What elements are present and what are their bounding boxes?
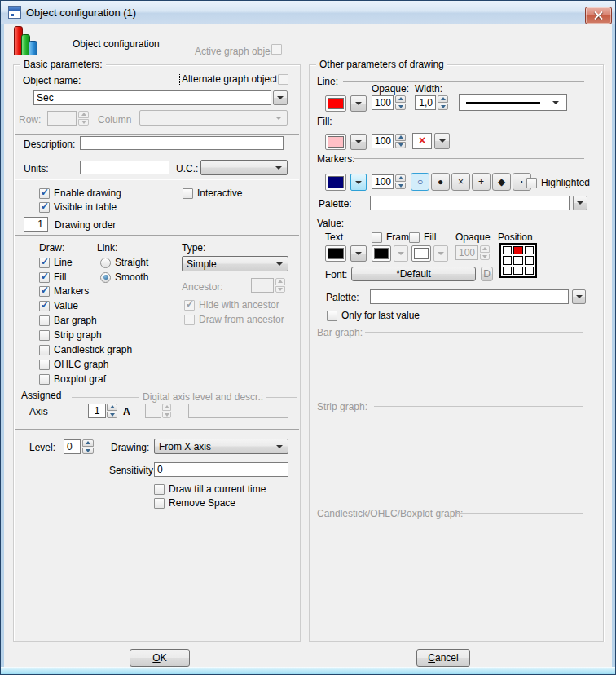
marker-shape-cross-button[interactable]: ×	[451, 173, 470, 191]
marker-color-dropdown-button[interactable]	[350, 174, 367, 191]
fill-pattern-button[interactable]: ×	[412, 133, 432, 149]
value-fill-checkbox[interactable]: Fill	[409, 232, 436, 243]
alternate-graph-object-checkbox[interactable]	[278, 74, 288, 85]
line-opaque-input[interactable]: 100	[372, 95, 394, 110]
line-width-spinner[interactable]	[438, 95, 448, 110]
draw-markers-checkbox[interactable]: Markers	[39, 285, 89, 297]
level-spinner[interactable]	[82, 439, 94, 454]
units-input[interactable]	[80, 161, 169, 174]
draw-line-checkbox[interactable]: Line	[39, 257, 73, 268]
marker-color-swatch[interactable]	[325, 174, 346, 191]
alternate-graph-object-link[interactable]: Alternate graph object	[179, 73, 279, 86]
draw-ohlc-graph-checkbox[interactable]: OHLC graph	[39, 359, 108, 370]
checkbox-box	[183, 188, 193, 199]
drawing-order-input[interactable]: 1	[24, 217, 48, 232]
enable-drawing-checkbox[interactable]: Enable drawing	[39, 188, 121, 199]
fill-color-swatch[interactable]	[325, 134, 346, 150]
value-fill-color-swatch[interactable]	[411, 245, 431, 262]
marker-shape-circle-outline-button[interactable]: ○	[411, 173, 429, 191]
value-palette-dropdown-button[interactable]	[572, 289, 586, 304]
ok-button[interactable]: OK	[130, 649, 190, 667]
position-cell[interactable]	[513, 267, 522, 275]
value-palette-input[interactable]	[370, 289, 569, 304]
checkbox-box	[184, 300, 195, 311]
line-width-input[interactable]: 1,0	[415, 95, 436, 110]
fill-color-dropdown-button[interactable]	[350, 134, 367, 150]
draw-boxplot-graf-checkbox[interactable]: Boxplot graf	[39, 373, 106, 385]
title-bar[interactable]: Object configuration (1)	[1, 1, 615, 24]
position-cell[interactable]	[503, 246, 512, 254]
marker-shape-circle-filled-button[interactable]: ●	[431, 173, 450, 191]
position-grid[interactable]	[499, 243, 537, 278]
axis-spinner[interactable]	[107, 404, 117, 418]
link-straight-radio[interactable]: Straight	[100, 257, 148, 268]
line-opaque-label: Opaque:	[372, 83, 409, 95]
marker-opaque-spinner[interactable]	[395, 174, 406, 189]
marker-opaque-input[interactable]: 100	[372, 174, 394, 189]
close-button[interactable]	[585, 7, 612, 24]
sensitivity-input[interactable]: 0	[154, 462, 288, 477]
marker-palette-label: Palette:	[319, 198, 352, 210]
marker-palette-dropdown-button[interactable]	[573, 196, 587, 210]
object-name-dropdown-button[interactable]	[273, 90, 288, 105]
fill-opaque-spinner[interactable]	[395, 134, 406, 148]
value-text-color-swatch[interactable]	[325, 245, 346, 262]
object-name-combo-input[interactable]: Sec	[33, 90, 271, 105]
position-cell[interactable]	[525, 246, 534, 254]
line-color-dropdown-button[interactable]	[350, 95, 367, 112]
draw-fill-checkbox[interactable]: Fill	[39, 271, 66, 283]
visible-in-table-checkbox[interactable]: Visible in table	[39, 201, 117, 213]
checkbox-label: Remove Space	[169, 497, 235, 509]
marker-shape-plus-button[interactable]: +	[472, 173, 491, 191]
description-input[interactable]	[80, 136, 284, 150]
draw-till-current-time-checkbox[interactable]: Draw till a current time	[154, 483, 266, 495]
separator	[15, 235, 299, 236]
drawing-mode-combo[interactable]: From X axis	[154, 439, 288, 454]
line-opaque-spinner[interactable]	[395, 95, 406, 110]
checkbox-box	[39, 345, 50, 355]
checkbox-box	[39, 360, 50, 370]
marker-shape-diamond-button[interactable]: ◆	[492, 173, 511, 191]
value-frame-color-swatch[interactable]	[372, 245, 391, 262]
value-text-color-dropdown-button[interactable]	[350, 245, 367, 262]
font-button[interactable]: *Default	[351, 267, 476, 281]
fill-opaque-input[interactable]: 100	[372, 134, 394, 148]
level-input[interactable]: 0	[64, 439, 81, 454]
position-cell[interactable]	[525, 256, 534, 264]
cancel-button[interactable]: Cancel	[416, 649, 470, 667]
remove-space-checkbox[interactable]: Remove Space	[154, 497, 235, 509]
position-cell[interactable]	[513, 256, 522, 264]
marker-palette-input[interactable]	[370, 196, 570, 210]
position-cell[interactable]	[525, 267, 534, 275]
position-cell[interactable]	[513, 246, 522, 254]
line-width-label: Width:	[415, 83, 442, 95]
highlighted-checkbox[interactable]: Highlighted	[526, 177, 590, 188]
basic-parameters-legend: Basic parameters:	[20, 59, 106, 70]
draw-candlestick-graph-checkbox[interactable]: Candlestick graph	[39, 344, 132, 355]
checkbox-box	[39, 374, 50, 385]
uc-combo[interactable]	[200, 160, 288, 175]
bar-chart-icon-blue-bar	[29, 41, 37, 55]
value-opaque-spinner	[480, 245, 490, 260]
radio-box	[100, 272, 111, 283]
app-icon	[8, 6, 21, 19]
column-combo	[139, 110, 288, 126]
draw-bar-graph-checkbox[interactable]: Bar graph	[39, 315, 97, 326]
hide-with-ancestor-checkbox: Hide with ancestor	[184, 299, 279, 311]
line-style-combo[interactable]	[459, 94, 567, 111]
checkbox-label: Strip graph	[54, 329, 102, 341]
draw-value-checkbox[interactable]: Value	[39, 300, 78, 311]
radio-box	[100, 258, 111, 268]
line-color-swatch[interactable]	[325, 95, 346, 112]
fill-pattern-dropdown-button[interactable]	[434, 133, 450, 149]
draw-strip-graph-checkbox[interactable]: Strip graph	[39, 329, 102, 341]
axis-input[interactable]: 1	[88, 404, 106, 418]
value-frame-checkbox[interactable]: Frame	[372, 232, 415, 243]
link-smooth-radio[interactable]: Smooth	[100, 271, 148, 283]
position-cell[interactable]	[503, 256, 512, 264]
font-default-button[interactable]: D	[481, 267, 493, 281]
only-for-last-value-checkbox[interactable]: Only for last value	[327, 310, 420, 321]
type-combo[interactable]: Simple	[182, 256, 288, 271]
interactive-checkbox[interactable]: Interactive	[183, 188, 242, 199]
position-cell[interactable]	[503, 267, 512, 275]
